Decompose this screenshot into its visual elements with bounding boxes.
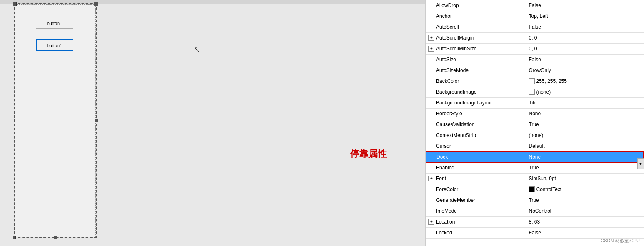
property-name: +Location (426, 216, 526, 227)
resize-handle-right[interactable] (95, 119, 98, 122)
property-value[interactable]: None (526, 108, 644, 119)
form-container[interactable]: button1 button1 (15, 4, 96, 237)
property-value-text: 0, 0 (529, 35, 537, 41)
color-swatch (529, 186, 535, 192)
property-value[interactable]: 255, 255, 255 (526, 76, 644, 87)
property-name: CausesValidation (426, 119, 526, 130)
property-value[interactable]: ControlText (526, 184, 644, 195)
property-name: Anchor (426, 11, 526, 22)
property-value[interactable]: True (526, 195, 644, 206)
property-name: AutoScroll (426, 22, 526, 32)
property-name-text: BackColor (436, 78, 459, 84)
property-value[interactable]: None (526, 152, 644, 162)
property-value[interactable]: Tile (526, 97, 644, 108)
property-value[interactable]: False (526, 0, 644, 11)
property-value-text: True (529, 165, 539, 171)
property-name-text: Dock (436, 154, 448, 160)
property-name: ContextMenuStrip (426, 130, 526, 141)
property-row[interactable]: CursorDefault (426, 141, 644, 152)
property-value-text: (none) (529, 132, 544, 138)
property-name: BackColor (426, 76, 526, 87)
property-value[interactable]: False (526, 227, 644, 238)
property-row[interactable]: BackColor255, 255, 255 (426, 76, 644, 87)
property-row[interactable]: AutoSizeFalse (426, 54, 644, 65)
property-value-text: GrowOnly (529, 67, 551, 73)
property-row[interactable]: GenerateMemberTrue (426, 195, 644, 206)
property-row[interactable]: +Location8, 63 (426, 216, 644, 227)
property-value[interactable]: 8, 63 (526, 216, 644, 227)
property-value[interactable]: NoControl (526, 206, 644, 216)
expand-icon[interactable]: + (428, 46, 434, 52)
property-name-text: BackgroundImageLayout (436, 100, 491, 106)
property-value-text: Tile (529, 100, 537, 106)
expand-icon[interactable]: + (428, 219, 434, 225)
property-row[interactable]: CausesValidationTrue (426, 119, 644, 130)
property-value[interactable]: Top, Left (526, 11, 644, 22)
property-value-text: ControlText (536, 186, 562, 192)
property-row[interactable]: ImeModeNoControl (426, 206, 644, 216)
property-value-text: NoControl (529, 208, 551, 214)
property-row[interactable]: +FontSimSun, 9pt (426, 173, 644, 184)
property-row[interactable]: BackgroundImageLayoutTile (426, 97, 644, 108)
property-row[interactable]: +AutoScrollMargin0, 0 (426, 32, 644, 43)
property-name: BackgroundImage (426, 87, 526, 97)
property-value[interactable]: True (526, 162, 644, 173)
property-name-text: Font (436, 176, 446, 181)
property-value[interactable]: (none) (526, 87, 644, 97)
property-value-text: False (529, 230, 541, 236)
expand-icon[interactable]: + (428, 35, 434, 41)
property-row[interactable]: EnabledTrue (426, 162, 644, 173)
property-name-text: AutoSize (436, 57, 456, 62)
property-value[interactable]: (none) (526, 130, 644, 141)
property-name-text: AutoScrollMargin (436, 35, 474, 41)
property-value[interactable]: 0, 0 (526, 32, 644, 43)
property-row[interactable]: BackgroundImage(none) (426, 87, 644, 97)
property-name: Cursor (426, 141, 526, 152)
property-row[interactable]: AnchorTop, Left (426, 11, 644, 22)
property-row[interactable]: +AutoScrollMinSize0, 0 (426, 43, 644, 54)
property-name-text: CausesValidation (436, 122, 475, 127)
property-value-text: Top, Left (529, 13, 548, 19)
design-canvas[interactable]: button1 button1 ↖ 停靠属性 (0, 0, 425, 246)
resize-handle-bottom-left[interactable] (13, 236, 16, 239)
property-name: GenerateMember (426, 195, 526, 206)
property-value-text: False (529, 24, 541, 30)
property-row[interactable]: DockNone (426, 152, 644, 162)
property-name-text: Anchor (436, 13, 452, 19)
property-value-text: (none) (536, 89, 551, 95)
property-value[interactable]: True (526, 119, 644, 130)
resize-handle-bottom-center[interactable] (54, 236, 57, 239)
color-swatch (529, 78, 535, 84)
property-name: +AutoScrollMargin (426, 32, 526, 43)
button1-selected[interactable]: button1 (36, 39, 73, 51)
property-value[interactable]: Default (526, 141, 644, 152)
property-row[interactable]: LockedFalse (426, 227, 644, 238)
property-name-text: AutoSizeMode (436, 67, 469, 73)
scroll-down-button[interactable]: ▼ (637, 158, 644, 169)
property-value-text: False (529, 2, 541, 8)
property-row[interactable]: BorderStyleNone (426, 108, 644, 119)
property-name: AutoSizeMode (426, 65, 526, 76)
property-name: BorderStyle (426, 108, 526, 119)
property-row[interactable]: ContextMenuStrip(none) (426, 130, 644, 141)
properties-panel: AllowDropFalseAnchorTop, LeftAutoScrollF… (425, 0, 644, 246)
property-value[interactable]: False (526, 22, 644, 32)
expand-icon[interactable]: + (428, 176, 434, 181)
property-name: ForeColor (426, 184, 526, 195)
property-value-text: True (529, 122, 539, 127)
property-value[interactable]: SimSun, 9pt (526, 173, 644, 184)
property-name-text: Locked (436, 230, 452, 236)
property-name-text: AllowDrop (436, 2, 459, 8)
property-row[interactable]: AllowDropFalse (426, 0, 644, 11)
property-name: AllowDrop (426, 0, 526, 11)
property-row[interactable]: ForeColorControlText (426, 184, 644, 195)
property-row[interactable]: AutoScrollFalse (426, 22, 644, 32)
property-row[interactable]: AutoSizeModeGrowOnly (426, 65, 644, 76)
property-value[interactable]: 0, 0 (526, 43, 644, 54)
property-value-text: 8, 63 (529, 219, 540, 225)
property-value-text: None (529, 154, 541, 160)
property-value[interactable]: False (526, 54, 644, 65)
property-value[interactable]: GrowOnly (526, 65, 644, 76)
watermark: CSDN @假童:CPU (601, 238, 640, 244)
button1-normal[interactable]: button1 (36, 17, 73, 29)
